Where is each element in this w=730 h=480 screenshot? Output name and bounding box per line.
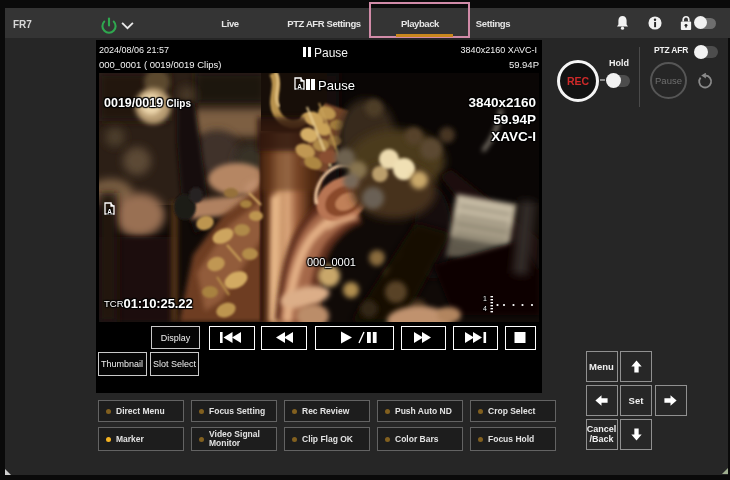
svg-text:A: A: [107, 208, 112, 215]
svg-text:4: 4: [483, 305, 487, 312]
svg-text:A: A: [297, 83, 302, 90]
svg-text:1: 1: [483, 295, 487, 302]
